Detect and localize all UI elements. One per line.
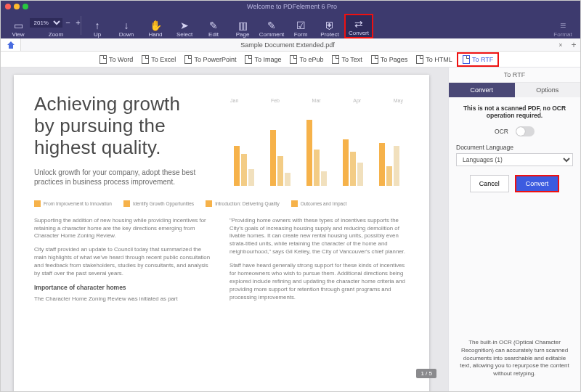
maximize-window[interactable] — [23, 4, 28, 9]
form-button[interactable]: ☑Form — [286, 14, 315, 38]
shield-icon: ⛨ — [324, 20, 336, 31]
panel-tab-options[interactable]: Options — [515, 83, 581, 97]
doc-subtitle: Unlock growth for your company, adopt th… — [34, 168, 219, 187]
panel-title: To RTF — [449, 68, 580, 83]
view-label: View — [12, 31, 24, 38]
cursor-icon: ➤ — [179, 20, 190, 31]
new-tab[interactable]: + — [567, 40, 580, 50]
close-tab[interactable]: × — [554, 41, 567, 49]
page: Achieving growth by pursuing the highest… — [14, 75, 429, 391]
window-title: Welcome to PDFelement 6 Pro — [33, 3, 551, 10]
page-counter: 1 / 5 — [416, 369, 436, 378]
down-button[interactable]: ↓Down — [112, 14, 141, 38]
convert-button[interactable]: ⇄Convert — [344, 14, 373, 38]
ocr-note: This is not a scanned PDF, no OCR operat… — [456, 105, 573, 119]
home-icon — [7, 41, 15, 49]
file-icon — [184, 55, 192, 64]
file-icon — [332, 55, 339, 64]
file-icon — [245, 55, 252, 64]
view-icon: ▭ — [12, 20, 24, 31]
panel-tab-convert[interactable]: Convert — [449, 83, 515, 97]
cancel-button[interactable]: Cancel — [470, 175, 509, 192]
ocr-help-text: The built-in OCR (Optical Character Reco… — [456, 335, 573, 384]
square-icon — [123, 200, 130, 207]
convert-icon: ⇄ — [353, 18, 365, 30]
square-icon — [34, 200, 41, 207]
square-icon — [206, 200, 212, 207]
to-html[interactable]: To HTML — [412, 54, 457, 65]
zoom-out[interactable]: − — [64, 18, 73, 27]
document-tab[interactable]: Sample Document Extended.pdf — [21, 41, 554, 49]
file-icon — [371, 55, 378, 64]
file-icon — [142, 55, 149, 64]
arrow-up-icon: ↑ — [92, 20, 103, 31]
to-image[interactable]: To Image — [240, 54, 285, 65]
arrow-down-icon: ↓ — [121, 20, 132, 31]
format-icon: ≡ — [557, 20, 569, 31]
file-icon — [99, 55, 107, 64]
to-pages[interactable]: To Pages — [367, 54, 413, 65]
comment-icon: ✎ — [266, 20, 277, 31]
page-button[interactable]: ▥Page — [228, 14, 257, 38]
convert-action-button[interactable]: Convert — [516, 176, 558, 191]
to-text[interactable]: To Text — [328, 54, 366, 65]
hand-icon: ✋ — [150, 20, 161, 31]
zoom-label: Zoom — [49, 31, 63, 38]
convert-panel: To RTF Convert Options This is not a sca… — [448, 68, 580, 391]
section-links: From Improvement to Innovation Identify … — [34, 200, 409, 207]
file-icon — [416, 55, 423, 64]
column-left: Supporting the addition of new housing w… — [34, 217, 214, 309]
to-rtf[interactable]: To RTF — [457, 52, 499, 67]
up-button[interactable]: ↑Up — [83, 14, 112, 38]
view-button[interactable]: ▭ View — [4, 14, 33, 38]
protect-button[interactable]: ⛨Protect — [315, 14, 344, 38]
select-button[interactable]: ➤Select — [170, 14, 199, 38]
chart: Jan Feb Mar Apr May — [226, 98, 407, 192]
minimize-window[interactable] — [14, 4, 20, 9]
to-epub[interactable]: To ePub — [285, 54, 328, 65]
comment-button[interactable]: ✎Comment — [257, 14, 286, 38]
hand-button[interactable]: ✋Hand — [141, 14, 170, 38]
language-label: Document Language — [456, 144, 573, 151]
column-right: "Providing home owners with these types … — [229, 217, 409, 309]
edit-icon: ✎ — [208, 20, 219, 31]
to-powerpoint[interactable]: To PowerPoint — [180, 54, 240, 65]
file-icon — [463, 55, 470, 64]
zoom-select[interactable]: 201% — [30, 18, 62, 28]
ocr-label: OCR — [495, 128, 508, 135]
square-icon — [291, 200, 298, 207]
format-row: To Word To Excel To PowerPoint To Image … — [1, 52, 580, 68]
format-button[interactable]: ≡Format — [548, 14, 577, 38]
edit-button[interactable]: ✎Edit — [199, 14, 228, 38]
file-icon — [290, 55, 297, 64]
home-tab[interactable] — [1, 38, 21, 51]
document-area[interactable]: Achieving growth by pursuing the highest… — [1, 68, 448, 391]
language-select[interactable]: Languages (1) — [456, 153, 573, 166]
close-window[interactable] — [5, 4, 11, 9]
main-toolbar: ▭ View 201% − + Zoom ↑Up ↓Down ✋Hand ➤Se… — [1, 12, 580, 38]
ocr-toggle[interactable] — [516, 126, 535, 136]
zoom-group[interactable]: 201% − + Zoom — [33, 14, 79, 38]
to-word[interactable]: To Word — [95, 54, 137, 65]
page-icon: ▥ — [237, 20, 248, 31]
to-excel[interactable]: To Excel — [137, 54, 180, 65]
form-icon: ☑ — [295, 20, 306, 31]
